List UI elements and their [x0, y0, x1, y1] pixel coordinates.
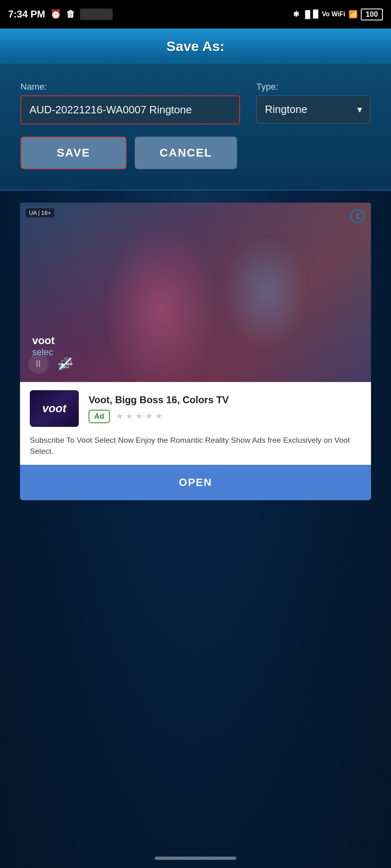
voot-logo: voot — [30, 390, 79, 427]
title-bar: Save As: — [0, 29, 391, 65]
alarm-icon: ⏰ — [50, 9, 61, 20]
ad-description: Subscribe To Voot Select Now Enjoy the R… — [20, 431, 371, 465]
ad-video[interactable]: UA | 16+ voot selec ⏸ 🔊 — [20, 203, 371, 382]
star-3: ★ — [135, 411, 143, 422]
buttons-row: SAVE CANCEL — [20, 137, 371, 169]
ad-info-row: voot Voot, Bigg Boss 16, Colors TV Ad ★ … — [20, 382, 371, 431]
cancel-button[interactable]: CANCEL — [135, 137, 237, 169]
star-2: ★ — [125, 411, 133, 422]
name-input[interactable] — [20, 95, 240, 124]
ad-container: ℹ UA | 16+ voot selec ⏸ 🔊 voot Voot, Big… — [20, 203, 371, 500]
wifi-icon: 📶 — [349, 10, 358, 19]
ad-badge: Ad — [89, 410, 110, 423]
star-5: ★ — [155, 411, 163, 422]
ad-details: Voot, Bigg Boss 16, Colors TV Ad ★ ★ ★ ★… — [89, 394, 361, 423]
signal-icon: ▐▌▉ — [302, 10, 319, 19]
dialog-area: Name: Type: Ringtone SAVE CANCEL — [0, 65, 391, 190]
star-1: ★ — [116, 411, 124, 422]
video-label: UA | 16+ — [26, 208, 54, 217]
open-button[interactable]: OPEN — [20, 465, 371, 500]
name-label: Name: — [20, 82, 240, 92]
video-brand: voot selec — [32, 334, 55, 358]
mute-button[interactable]: 🔊 — [55, 353, 76, 374]
type-label: Type: — [256, 82, 371, 92]
bluetooth-icon: ✱ — [293, 10, 299, 19]
ad-badge-row: Ad ★ ★ ★ ★ ★ — [89, 410, 361, 423]
star-4: ★ — [145, 411, 153, 422]
ad-title: Voot, Bigg Boss 16, Colors TV — [89, 394, 361, 406]
status-bar: 7:34 PM ⏰ 🗑 ✱ ▐▌▉ Vo WiFi 📶 100 — [0, 0, 391, 29]
type-field-group: Type: Ringtone — [256, 82, 371, 124]
name-field-group: Name: — [20, 82, 240, 124]
notification-icon: 🗑 — [66, 9, 75, 20]
type-value: Ringtone — [265, 103, 307, 115]
brand-name: voot — [32, 334, 55, 347]
save-button[interactable]: SAVE — [20, 137, 127, 169]
battery-icon: 100 — [361, 9, 383, 20]
status-right: ✱ ▐▌▉ Vo WiFi 📶 100 — [293, 9, 383, 20]
notification-bar — [80, 9, 113, 20]
info-icon[interactable]: ℹ — [351, 209, 364, 223]
dialog-row: Name: Type: Ringtone — [20, 82, 371, 124]
type-select[interactable]: Ringtone — [256, 95, 371, 124]
status-time: 7:34 PM — [8, 9, 45, 20]
wifi-label: Vo WiFi — [322, 11, 345, 18]
star-rating: ★ ★ ★ ★ ★ — [116, 411, 163, 422]
brand-sub: selec — [32, 347, 55, 358]
dialog-title: Save As: — [167, 38, 224, 54]
home-indicator — [155, 857, 236, 860]
status-left: 7:34 PM ⏰ 🗑 — [8, 9, 113, 20]
